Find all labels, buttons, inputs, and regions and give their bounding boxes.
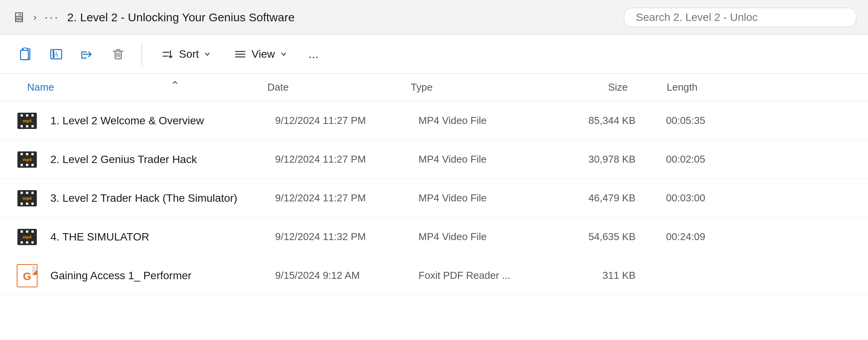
paste-button[interactable]: [12, 41, 39, 68]
mp4-icon: mp4: [17, 151, 37, 168]
sort-label: Sort: [179, 48, 199, 60]
svg-rect-1: [21, 50, 28, 60]
sort-button[interactable]: Sort: [152, 43, 220, 65]
file-type: MP4 Video File: [418, 192, 558, 204]
nav-bar: 🖥 › ··· 2. Level 2 - Unlocking Your Geni…: [0, 0, 868, 35]
file-list: mp4 1. Level 2 Welcome & Overview 9/12/2…: [0, 101, 868, 340]
file-icon-cell: mp4: [12, 113, 43, 129]
file-name: Gaining Access 1_ Performer: [43, 270, 275, 282]
file-name: 3. Level 2 Trader Hack (The Simulator): [43, 192, 275, 204]
delete-button[interactable]: [105, 41, 132, 68]
file-icon-cell: mp4: [12, 190, 43, 206]
toolbar: A: [0, 35, 868, 74]
file-size: 46,479 KB: [558, 192, 636, 204]
file-length: 00:05:35: [636, 115, 705, 127]
svg-rect-5: [53, 50, 54, 58]
file-type: MP4 Video File: [418, 153, 558, 165]
rename-button[interactable]: A: [43, 41, 70, 68]
mp4-icon: mp4: [17, 113, 37, 129]
file-date: 9/12/2024 11:27 PM: [275, 192, 418, 204]
file-icon-cell: mp4: [12, 151, 43, 168]
file-icon-cell: mp4: [12, 229, 43, 245]
nav-more-button[interactable]: ···: [45, 10, 60, 24]
file-size: 311 KB: [558, 270, 636, 282]
file-date: 9/12/2024 11:27 PM: [275, 115, 418, 127]
sort-chevron-icon: [203, 50, 211, 58]
file-size: 54,635 KB: [558, 231, 636, 243]
main-content: A: [0, 35, 868, 340]
table-row[interactable]: mp4 4. THE SIMULATOR 9/12/2024 11:32 PM …: [0, 218, 868, 256]
table-row[interactable]: G Gaining Access 1_ Performer 9/15/2024 …: [0, 256, 868, 295]
view-label: View: [251, 48, 275, 60]
search-input[interactable]: [624, 8, 856, 27]
file-name: 2. Level 2 Genius Trader Hack: [43, 153, 275, 166]
file-size: 85,344 KB: [558, 115, 636, 127]
col-header-date[interactable]: Date: [267, 81, 411, 93]
more-dots-label: ...: [308, 47, 319, 61]
nav-path: 2. Level 2 - Unlocking Your Genius Softw…: [67, 11, 294, 24]
file-name: 4. THE SIMULATOR: [43, 231, 275, 243]
col-header-name[interactable]: Name: [12, 81, 267, 93]
view-chevron-icon: [280, 50, 288, 58]
file-length: 00:24:09: [636, 231, 705, 243]
file-length: 00:02:05: [636, 153, 705, 165]
col-header-type[interactable]: Type: [411, 81, 550, 93]
col-header-size[interactable]: Size: [550, 81, 628, 93]
view-button[interactable]: View: [224, 43, 296, 65]
more-options-button[interactable]: ...: [301, 43, 327, 65]
file-name: 1. Level 2 Welcome & Overview: [43, 115, 275, 127]
file-type: MP4 Video File: [418, 115, 558, 127]
col-header-length[interactable]: Length: [628, 81, 698, 93]
file-icon-cell: G: [12, 264, 43, 287]
svg-rect-2: [23, 48, 27, 50]
table-row[interactable]: mp4 2. Level 2 Genius Trader Hack 9/12/2…: [0, 140, 868, 179]
file-date: 9/12/2024 11:32 PM: [275, 231, 418, 243]
pdf-icon: G: [17, 264, 38, 287]
mp4-icon: mp4: [17, 229, 37, 245]
column-headers: ⌃ Name Date Type Size Length: [0, 74, 868, 101]
mp4-icon: mp4: [17, 190, 37, 206]
file-type: Foxit PDF Reader ...: [418, 270, 558, 282]
table-row[interactable]: mp4 3. Level 2 Trader Hack (The Simulato…: [0, 179, 868, 218]
svg-text:A: A: [54, 51, 59, 58]
toolbar-divider: [141, 43, 142, 66]
file-size: 30,978 KB: [558, 153, 636, 165]
table-row[interactable]: mp4 1. Level 2 Welcome & Overview 9/12/2…: [0, 101, 868, 140]
file-length: 00:03:00: [636, 192, 705, 204]
sort-arrow-icon: ⌃: [170, 79, 179, 92]
monitor-icon: 🖥: [12, 9, 26, 26]
share-button[interactable]: [74, 41, 101, 68]
file-type: MP4 Video File: [418, 231, 558, 243]
file-date: 9/12/2024 11:27 PM: [275, 153, 418, 165]
nav-chevron-icon: ›: [33, 11, 37, 23]
file-date: 9/15/2024 9:12 AM: [275, 270, 418, 282]
